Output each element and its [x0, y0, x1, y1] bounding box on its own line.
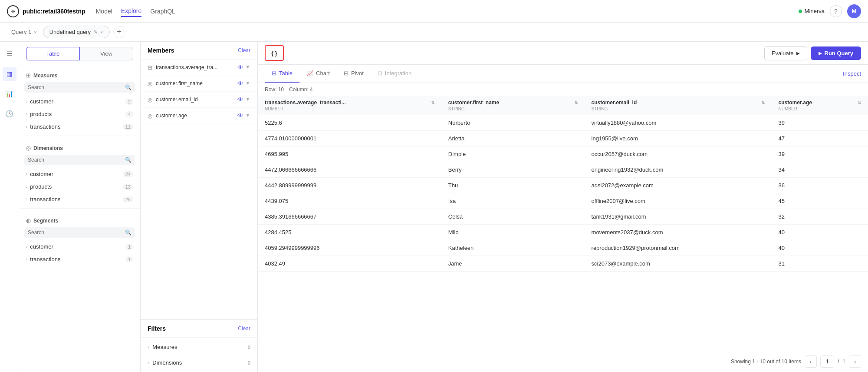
query1-close[interactable]: ×	[34, 30, 36, 35]
run-icon: ▶	[819, 51, 822, 56]
measures-transactions[interactable]: › transactions 11	[19, 120, 140, 133]
prev-page-btn[interactable]: ‹	[805, 355, 817, 368]
eye-icon-3[interactable]: 👁	[237, 112, 243, 119]
dimensions-icon: ◎	[26, 145, 31, 151]
sidebar-icons: ☰ ▦ 📊 🕓	[0, 42, 19, 372]
eye-icon-2[interactable]: 👁	[237, 96, 243, 103]
measures-customer[interactable]: › customer 2	[19, 95, 140, 108]
filters-clear[interactable]: Clear	[238, 326, 250, 332]
eye-icon-0[interactable]: 👁	[237, 64, 243, 71]
cell-1-0: 4774.010000000001	[258, 131, 441, 146]
edit-icon[interactable]: ✎	[93, 29, 98, 35]
table-tab-icon: ⊞	[272, 70, 276, 76]
undefined-tab[interactable]: Undefined query ✎ ×	[43, 26, 110, 38]
inspect-link[interactable]: Inspect	[843, 70, 861, 77]
undefined-close[interactable]: ×	[100, 30, 103, 35]
nav-graphql[interactable]: GraphQL	[150, 6, 175, 17]
pivot-tab-icon: ⊟	[344, 70, 349, 76]
segments-label: Segments	[33, 218, 58, 224]
evaluate-icon: ▶	[796, 51, 800, 56]
run-label: Run Query	[825, 50, 853, 56]
add-tab-btn[interactable]: +	[113, 26, 125, 38]
sort-icon-1[interactable]: ⇅	[574, 100, 578, 105]
avatar[interactable]: M	[847, 4, 861, 18]
page-input[interactable]	[820, 355, 834, 368]
sort-icon-3[interactable]: ⇅	[858, 100, 861, 105]
measures-transactions-count: 11	[123, 124, 133, 130]
cell-3-2: engineering1932@duck.com	[585, 162, 772, 178]
col-header-3[interactable]: customer.age NUMBER ⇅	[772, 96, 868, 115]
member-measure-icon: ⊞	[148, 64, 152, 71]
filter-measures-count: 0	[248, 345, 250, 350]
view-btn[interactable]: View	[80, 47, 133, 60]
sidebar-icon-grid[interactable]: ▦	[3, 67, 16, 81]
tab-integration[interactable]: ⊡ Integration	[371, 65, 418, 83]
status-dot	[799, 10, 802, 13]
cell-1-3: 47	[772, 131, 868, 146]
evaluate-btn[interactable]: Evaluate ▶	[764, 46, 807, 60]
eye-icon-1[interactable]: 👁	[237, 80, 243, 87]
filter-measures-group[interactable]: › Measures 0	[148, 339, 250, 355]
segments-search: 🔍	[24, 227, 135, 238]
sidebar-icon-chart[interactable]: 📊	[3, 87, 16, 101]
middle-panel: Members Clear ⊞ transactions.average_tra…	[141, 42, 258, 372]
logo-icon: ◎	[7, 5, 19, 17]
row-info: Row: 10	[265, 86, 284, 93]
filters-list: › Measures 0 › Dimensions 0	[141, 338, 257, 372]
sort-icon-0[interactable]: ⇅	[431, 100, 434, 105]
table-row: 4439.075Isaoffline2007@live.com45	[258, 193, 868, 209]
segments-customer[interactable]: › customer 1	[19, 240, 140, 253]
cell-2-1: Dimple	[441, 146, 585, 162]
data-area: transactions.average_transacti... NUMBER…	[258, 96, 868, 351]
measures-products[interactable]: › products 4	[19, 108, 140, 120]
dimensions-search-input[interactable]	[28, 157, 122, 163]
col-header-2[interactable]: customer.email_id STRING ⇅	[585, 96, 772, 115]
member-dim-icon-1: ◎	[148, 80, 152, 87]
cell-8-2: reproduction1929@protonmail.com	[585, 240, 772, 256]
dimensions-customer[interactable]: › customer 24	[19, 168, 140, 180]
members-clear[interactable]: Clear	[238, 47, 250, 53]
cell-5-2: offline2007@live.com	[585, 193, 772, 209]
search-icon: 🔍	[125, 84, 132, 90]
measures-search-input[interactable]	[28, 84, 122, 90]
filter-icon-0[interactable]: ▼	[245, 64, 250, 71]
nav-model[interactable]: Model	[96, 6, 112, 17]
filter-icon-1[interactable]: ▼	[245, 80, 250, 87]
filter-icon-2[interactable]: ▼	[245, 96, 250, 103]
dimensions-transactions[interactable]: › transactions 25	[19, 193, 140, 206]
nav-explore[interactable]: Explore	[121, 6, 141, 17]
member-item-3: ◎ customer.age 👁 ▼	[141, 108, 257, 124]
table-view-btn[interactable]: Table	[26, 47, 80, 60]
segments-transactions[interactable]: › transactions 1	[19, 253, 140, 266]
segments-icon: ◐	[26, 217, 31, 224]
sidebar-icon-history[interactable]: 🕓	[3, 107, 16, 121]
filter-icon-3[interactable]: ▼	[245, 112, 250, 119]
cell-6-3: 32	[772, 209, 868, 225]
main-layout: ☰ ▦ 📊 🕓 Table View ⊞ Measures 🔍 › custom…	[0, 42, 868, 372]
sort-icon-2[interactable]: ⇅	[761, 100, 765, 105]
code-badge[interactable]: { }	[265, 45, 284, 61]
tab-pivot[interactable]: ⊟ Pivot	[337, 65, 371, 83]
cell-2-0: 4695.995	[258, 146, 441, 162]
dimensions-products[interactable]: › products 13	[19, 180, 140, 193]
filter-dimensions-group[interactable]: › Dimensions 0	[148, 355, 250, 370]
logo-area[interactable]: ◎ public:retail360testnp	[7, 5, 85, 17]
sidebar-icon-lines[interactable]: ☰	[3, 47, 16, 61]
tab-table[interactable]: ⊞ Table	[265, 65, 299, 83]
query1-tab[interactable]: Query 1 ×	[7, 26, 41, 38]
cell-6-0: 4385.391666666667	[258, 209, 441, 225]
segments-search-input[interactable]	[28, 229, 122, 236]
total-pages: 1	[842, 359, 845, 365]
next-page-btn[interactable]: ›	[849, 355, 861, 368]
run-query-btn[interactable]: ▶ Run Query	[811, 46, 861, 60]
cell-7-3: 40	[772, 225, 868, 240]
col-header-0[interactable]: transactions.average_transacti... NUMBER…	[258, 96, 441, 115]
col-header-1[interactable]: customer.first_name STRING ⇅	[441, 96, 585, 115]
measures-products-label: products	[30, 111, 52, 117]
cell-0-2: virtually1880@yahoo.com	[585, 115, 772, 131]
pagination: Showing 1 - 10 out of 10 items ‹ / 1 ›	[258, 351, 868, 372]
results-tabs: ⊞ Table 📈 Chart ⊟ Pivot ⊡ Integration In…	[258, 65, 868, 83]
cell-2-3: 39	[772, 146, 868, 162]
tab-chart[interactable]: 📈 Chart	[299, 65, 337, 83]
help-icon[interactable]: ?	[830, 5, 842, 17]
